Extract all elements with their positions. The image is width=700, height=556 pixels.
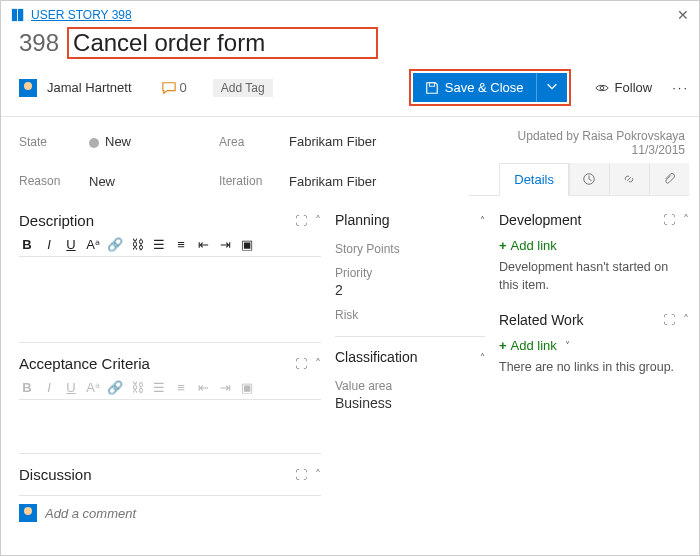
attachment-icon xyxy=(662,172,676,186)
more-actions-button[interactable]: ··· xyxy=(672,80,689,95)
underline-button[interactable]: U xyxy=(63,237,79,252)
chevron-down-icon: ˅ xyxy=(565,340,570,351)
tab-bar: Details xyxy=(469,163,689,196)
planning-heading: Planning xyxy=(335,212,476,228)
discussion-input[interactable] xyxy=(45,506,321,521)
description-toolbar: B I U Aᵃ 🔗 ⛓ ☰ ≡ ⇤ ⇥ ▣ xyxy=(19,233,321,256)
tab-details[interactable]: Details xyxy=(499,163,569,196)
value-area-value[interactable]: Business xyxy=(335,395,485,411)
svg-rect-1 xyxy=(18,9,23,21)
indent-button[interactable]: ⇥ xyxy=(217,380,233,395)
reason-label: Reason xyxy=(19,174,89,188)
development-empty-text: Development hasn't started on this item. xyxy=(499,259,689,294)
book-icon xyxy=(11,8,25,22)
assignee-name[interactable]: Jamal Hartnett xyxy=(47,80,132,95)
description-editor[interactable] xyxy=(19,256,321,328)
link-button[interactable]: 🔗 xyxy=(107,380,123,395)
tab-links[interactable] xyxy=(609,163,649,195)
comment-icon xyxy=(162,81,176,95)
bullets-button[interactable]: ☰ xyxy=(151,380,167,395)
italic-button[interactable]: I xyxy=(41,380,57,395)
expand-icon[interactable]: ⛶ xyxy=(295,468,307,482)
add-tag-button[interactable]: Add Tag xyxy=(213,79,273,97)
tab-history[interactable] xyxy=(569,163,609,195)
bold-button[interactable]: B xyxy=(19,237,35,252)
indent-button[interactable]: ⇥ xyxy=(217,237,233,252)
expand-icon[interactable]: ⛶ xyxy=(295,357,307,371)
image-button[interactable]: ▣ xyxy=(239,380,255,395)
collapse-icon[interactable]: ˄ xyxy=(480,215,485,226)
acceptance-heading: Acceptance Criteria xyxy=(19,355,295,372)
collapse-icon[interactable]: ˄ xyxy=(683,213,689,227)
related-heading: Related Work xyxy=(499,312,663,328)
eye-icon xyxy=(595,81,609,95)
follow-label: Follow xyxy=(615,80,653,95)
plus-icon: + xyxy=(499,338,507,353)
bullets-button[interactable]: ☰ xyxy=(151,237,167,252)
avatar xyxy=(19,504,37,522)
iteration-label: Iteration xyxy=(219,174,289,188)
collapse-icon[interactable]: ˄ xyxy=(315,214,321,228)
priority-value[interactable]: 2 xyxy=(335,282,485,298)
meta-grid: State New Area Fabrikam Fiber Reason New… xyxy=(19,127,449,196)
comments-indicator[interactable]: 0 xyxy=(162,80,187,95)
state-value[interactable]: New xyxy=(89,134,219,149)
collapse-icon[interactable]: ˄ xyxy=(480,352,485,363)
acceptance-toolbar: B I U Aᵃ 🔗 ⛓ ☰ ≡ ⇤ ⇥ ▣ xyxy=(19,376,321,399)
link-button[interactable]: 🔗 xyxy=(107,237,123,252)
outdent-button[interactable]: ⇤ xyxy=(195,380,211,395)
reason-value[interactable]: New xyxy=(89,174,219,189)
expand-icon[interactable]: ⛶ xyxy=(663,213,675,227)
story-points-label: Story Points xyxy=(335,242,485,256)
avatar xyxy=(19,79,37,97)
save-icon xyxy=(425,81,439,95)
outdent-button[interactable]: ⇤ xyxy=(195,237,211,252)
follow-button[interactable]: Follow xyxy=(595,80,653,95)
unlink-button[interactable]: ⛓ xyxy=(129,237,145,252)
save-and-close-button[interactable]: Save & Close xyxy=(413,73,536,102)
font-button[interactable]: Aᵃ xyxy=(85,380,101,395)
risk-label: Risk xyxy=(335,308,485,322)
close-icon[interactable]: ✕ xyxy=(677,7,689,23)
iteration-value[interactable]: Fabrikam Fiber xyxy=(289,174,449,189)
save-label: Save & Close xyxy=(445,80,524,95)
add-development-link[interactable]: + Add link xyxy=(499,238,689,253)
underline-button[interactable]: U xyxy=(63,380,79,395)
area-label: Area xyxy=(219,135,289,149)
expand-icon[interactable]: ⛶ xyxy=(295,214,307,228)
work-item-id: 398 xyxy=(19,29,59,57)
font-button[interactable]: Aᵃ xyxy=(85,237,101,252)
area-value[interactable]: Fabrikam Fiber xyxy=(289,134,449,149)
chevron-down-icon xyxy=(545,79,559,93)
bold-button[interactable]: B xyxy=(19,380,35,395)
value-area-label: Value area xyxy=(335,379,485,393)
classification-heading: Classification xyxy=(335,349,476,365)
acceptance-editor[interactable] xyxy=(19,399,321,439)
svg-point-3 xyxy=(600,86,604,90)
collapse-icon[interactable]: ˄ xyxy=(683,313,689,327)
updated-text: Updated by Raisa Pokrovskaya 11/3/2015 xyxy=(469,127,689,157)
numbered-button[interactable]: ≡ xyxy=(173,380,189,395)
link-icon xyxy=(622,172,636,186)
numbered-button[interactable]: ≡ xyxy=(173,237,189,252)
priority-label: Priority xyxy=(335,266,485,280)
italic-button[interactable]: I xyxy=(41,237,57,252)
add-related-link[interactable]: + Add link ˅ xyxy=(499,338,689,353)
save-highlight: Save & Close xyxy=(409,69,571,106)
title-input[interactable] xyxy=(73,29,372,57)
svg-rect-0 xyxy=(12,9,17,21)
related-empty-text: There are no links in this group. xyxy=(499,359,689,377)
save-dropdown-button[interactable] xyxy=(536,73,567,102)
state-dot-icon xyxy=(89,138,99,148)
comments-count: 0 xyxy=(180,80,187,95)
discussion-heading: Discussion xyxy=(19,466,295,483)
image-button[interactable]: ▣ xyxy=(239,237,255,252)
state-label: State xyxy=(19,135,89,149)
collapse-icon[interactable]: ˄ xyxy=(315,357,321,371)
expand-icon[interactable]: ⛶ xyxy=(663,313,675,327)
unlink-button[interactable]: ⛓ xyxy=(129,380,145,395)
tab-attachments[interactable] xyxy=(649,163,689,195)
breadcrumb-link[interactable]: USER STORY 398 xyxy=(31,8,132,22)
development-heading: Development xyxy=(499,212,663,228)
collapse-icon[interactable]: ˄ xyxy=(315,468,321,482)
